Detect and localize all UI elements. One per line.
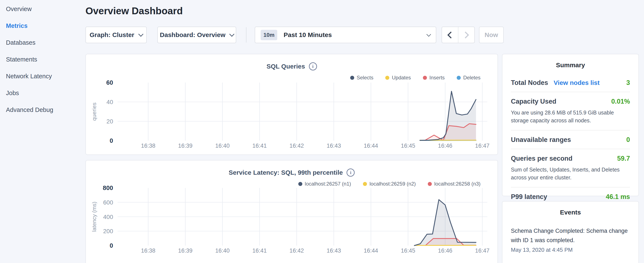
- summary-rows: Total NodesView nodes list3Capacity Used…: [511, 79, 630, 201]
- dashboard-dropdown-label: Dashboard: Overview: [160, 31, 225, 39]
- divider: [511, 149, 630, 149]
- y-tick-label: 60: [106, 79, 113, 86]
- y-tick-label: 600: [103, 199, 113, 206]
- service-latency-chart[interactable]: 020040060080016:3816:3916:4016:4116:4216…: [86, 160, 498, 263]
- x-tick-label: 16:38: [141, 247, 156, 254]
- divider: [511, 92, 630, 92]
- x-tick-label: 16:42: [290, 143, 304, 149]
- x-tick-label: 16:43: [326, 247, 341, 254]
- y-tick-label: 200: [103, 228, 113, 234]
- x-tick-label: 16:39: [178, 247, 193, 254]
- x-tick-label: 16:39: [178, 143, 193, 149]
- chevron-down-icon: [426, 32, 431, 36]
- app-root: OverviewMetricsDatabasesStatementsNetwor…: [0, 0, 644, 263]
- sidebar-item-advanced-debug[interactable]: Advanced Debug: [0, 106, 86, 114]
- summary-row-value: 0: [626, 136, 630, 144]
- sidebar-item-jobs[interactable]: Jobs: [0, 89, 86, 97]
- events-title: Events: [511, 209, 630, 216]
- summary-row-value: 3: [626, 79, 630, 87]
- sidebar-item-network-latency[interactable]: Network Latency: [0, 72, 86, 80]
- sidebar-item-statements[interactable]: Statements: [0, 55, 86, 64]
- time-range-badge: 10m: [261, 30, 277, 40]
- x-tick-label: 16:41: [252, 247, 267, 254]
- summary-row-label: Capacity Used: [511, 98, 556, 105]
- y-tick-label: 20: [106, 118, 113, 125]
- summary-title: Summary: [511, 62, 630, 69]
- divider: [246, 27, 246, 43]
- x-tick-label: 16:45: [401, 247, 415, 254]
- now-button[interactable]: Now: [479, 27, 504, 43]
- x-tick-label: 16:41: [252, 143, 267, 149]
- divider: [511, 187, 630, 187]
- x-tick-label: 16:46: [438, 247, 452, 254]
- x-tick-label: 16:43: [326, 143, 341, 149]
- summary-row-description: Sum of Selects, Updates, Inserts, and De…: [511, 166, 630, 181]
- y-axis-label: latency (ms): [91, 202, 98, 232]
- y-tick-label: 40: [106, 99, 113, 105]
- summary-row-value: 46.1 ms: [606, 193, 630, 201]
- dashboard-dropdown[interactable]: Dashboard: Overview: [157, 27, 236, 43]
- event-item[interactable]: Schema Change Completed: Schema change w…: [511, 226, 630, 253]
- summary-row-value: 0.01%: [611, 98, 630, 105]
- event-timestamp: May 13, 2020 at 4:45 PM: [511, 247, 630, 253]
- service-latency-chart-card: Service Latency: SQL, 99th percentile i …: [86, 160, 498, 263]
- summary-row-value: 59.7: [617, 155, 630, 162]
- x-tick-label: 16:38: [141, 143, 156, 149]
- y-tick-label: 400: [103, 214, 113, 220]
- summary-row-description: You are using 28.6 MiB of 515.9 GiB usab…: [511, 109, 630, 124]
- sidebar-nav: OverviewMetricsDatabasesStatementsNetwor…: [0, 0, 86, 263]
- x-tick-label: 16:47: [475, 247, 490, 254]
- event-message: Schema Change Completed: Schema change w…: [511, 226, 630, 245]
- x-tick-label: 16:40: [215, 247, 230, 254]
- summary-row: Queries per second59.7: [511, 155, 630, 162]
- series-area-inserts: [425, 124, 476, 141]
- summary-row-label: Queries per second: [511, 155, 572, 162]
- divider: [511, 130, 630, 130]
- x-tick-label: 16:42: [290, 247, 304, 254]
- sql-queries-chart-card: SQL Queries i SelectsUpdatesInsertsDelet…: [86, 54, 498, 155]
- summary-panel: Summary Total NodesView nodes list3Capac…: [502, 54, 639, 196]
- sql-queries-chart[interactable]: 020406016:3816:3916:4016:4116:4216:4316:…: [86, 54, 498, 154]
- y-tick-label: 0: [110, 137, 113, 144]
- events-panel: Events Schema Change Completed: Schema c…: [502, 201, 639, 263]
- time-range-selector[interactable]: 10m Past 10 Minutes: [255, 27, 436, 43]
- summary-row: Total NodesView nodes list3: [511, 79, 630, 87]
- sidebar-item-overview[interactable]: Overview: [0, 5, 86, 13]
- graph-dropdown[interactable]: Graph: Cluster: [86, 27, 147, 43]
- chevron-down-icon: [138, 32, 143, 37]
- page-title: Overview Dashboard: [86, 5, 183, 17]
- y-tick-label: 800: [103, 184, 113, 191]
- sidebar-item-databases[interactable]: Databases: [0, 38, 86, 47]
- x-tick-label: 16:40: [215, 143, 230, 149]
- chevron-down-icon: [230, 32, 234, 37]
- x-tick-label: 16:44: [364, 247, 378, 254]
- x-tick-label: 16:47: [475, 143, 490, 149]
- view-nodes-list-link[interactable]: View nodes list: [554, 79, 600, 86]
- summary-row-label: Unavailable ranges: [511, 136, 571, 144]
- summary-row-label: P99 latency: [511, 193, 547, 201]
- sidebar-item-metrics[interactable]: Metrics: [0, 22, 86, 30]
- chevron-right-icon: [462, 32, 469, 39]
- previous-range-button[interactable]: [442, 27, 458, 43]
- time-step-buttons: [442, 27, 475, 43]
- x-tick-label: 16:45: [401, 143, 415, 149]
- summary-row: Unavailable ranges0: [511, 136, 630, 144]
- next-range-button[interactable]: [458, 27, 474, 43]
- x-tick-label: 16:46: [438, 143, 452, 149]
- chevron-left-icon: [447, 32, 454, 39]
- graph-dropdown-label: Graph: Cluster: [90, 31, 134, 39]
- summary-row-label: Total Nodes: [511, 79, 548, 87]
- summary-row: Capacity Used0.01%: [511, 98, 630, 105]
- y-axis-label: queries: [91, 103, 98, 121]
- x-tick-label: 16:44: [364, 143, 378, 149]
- time-range-label: Past 10 Minutes: [284, 31, 332, 39]
- now-button-label: Now: [484, 31, 498, 39]
- summary-row: P99 latency46.1 ms: [511, 193, 630, 201]
- y-tick-label: 0: [110, 242, 113, 249]
